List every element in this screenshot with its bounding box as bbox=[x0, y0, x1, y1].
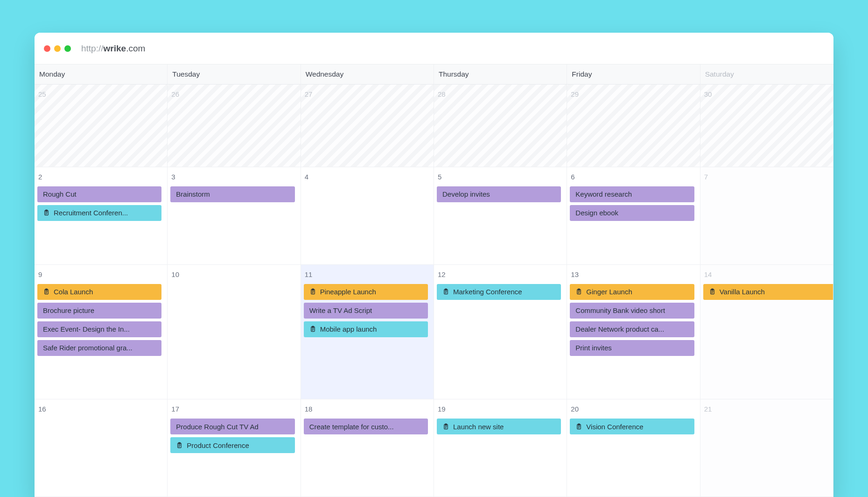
day-number: 6 bbox=[569, 171, 697, 184]
calendar-cell[interactable]: 9Cola LaunchBrochure pictureExec Event- … bbox=[35, 265, 168, 400]
calendar-event[interactable]: Brainstorm bbox=[170, 186, 294, 202]
event-label: Safe Rider promotional gra... bbox=[43, 344, 133, 352]
calendar-cell[interactable]: 2Rough CutRecruitment Conferen... bbox=[35, 167, 168, 265]
calendar-cell[interactable]: 17Produce Rough Cut TV AdProduct Confere… bbox=[168, 399, 301, 497]
day-number: 11 bbox=[303, 269, 431, 281]
day-number: 7 bbox=[702, 171, 830, 184]
event-label: Vanilla Launch bbox=[720, 288, 765, 296]
calendar-event[interactable]: Recruitment Conferen... bbox=[37, 205, 161, 221]
calendar-cell[interactable]: 16 bbox=[35, 399, 168, 497]
calendar-event[interactable]: Product Conference bbox=[170, 437, 294, 453]
window-controls bbox=[44, 45, 71, 52]
calendar-cell[interactable]: 26 bbox=[168, 85, 301, 167]
calendar-cell[interactable]: 29 bbox=[567, 85, 700, 167]
calendar-event[interactable]: Ginger Launch bbox=[570, 284, 694, 300]
calendar-cell[interactable]: 27 bbox=[301, 85, 434, 167]
calendar-event[interactable]: Create template for custo... bbox=[304, 419, 428, 434]
event-label: Brochure picture bbox=[43, 306, 94, 314]
calendar-event[interactable]: Vanilla Launch bbox=[703, 284, 833, 300]
calendar-event[interactable]: Pineapple Launch bbox=[304, 284, 428, 300]
window-minimize-dot[interactable] bbox=[54, 45, 61, 52]
clipboard-icon bbox=[575, 288, 582, 295]
calendar-event[interactable]: Cola Launch bbox=[37, 284, 161, 300]
calendar-cell[interactable]: 18Create template for custo... bbox=[301, 399, 434, 497]
event-label: Marketing Conference bbox=[453, 288, 522, 296]
calendar-event[interactable]: Vision Conference bbox=[570, 419, 694, 434]
day-header-friday: Friday bbox=[567, 64, 700, 84]
calendar-cell[interactable]: 19Launch new site bbox=[434, 399, 567, 497]
calendar-cell[interactable]: 7 bbox=[700, 167, 833, 265]
calendar-cell[interactable]: 25 bbox=[35, 85, 168, 167]
calendar-event[interactable]: Launch new site bbox=[437, 419, 561, 434]
calendar-event[interactable]: Write a TV Ad Script bbox=[304, 303, 428, 319]
calendar-day-header: Monday Tuesday Wednesday Thursday Friday… bbox=[35, 64, 833, 85]
calendar-cell[interactable]: 13Ginger LaunchCommunity Bank video shor… bbox=[567, 265, 700, 400]
calendar-cell[interactable]: 6Keyword researchDesign ebook bbox=[567, 167, 700, 265]
calendar-cell[interactable]: 21 bbox=[700, 399, 833, 497]
address-bar[interactable]: http://wrike.com bbox=[81, 43, 145, 54]
day-number: 13 bbox=[569, 269, 697, 281]
event-label: Dealer Network product ca... bbox=[575, 325, 664, 333]
calendar-cell[interactable]: 28 bbox=[434, 85, 567, 167]
event-label: Write a TV Ad Script bbox=[309, 306, 372, 314]
day-number: 2 bbox=[36, 171, 164, 184]
day-number: 21 bbox=[702, 403, 830, 416]
calendar-event[interactable]: Safe Rider promotional gra... bbox=[37, 340, 161, 356]
clipboard-icon bbox=[43, 288, 50, 295]
calendar-event[interactable]: Rough Cut bbox=[37, 186, 161, 202]
clipboard-icon bbox=[43, 209, 50, 216]
calendar-cell[interactable]: 14Vanilla Launch bbox=[700, 265, 833, 400]
url-protocol: http:// bbox=[81, 43, 104, 53]
calendar-event[interactable]: Community Bank video short bbox=[570, 303, 694, 319]
event-label: Exec Event- Design the In... bbox=[43, 325, 130, 333]
calendar-event[interactable]: Exec Event- Design the In... bbox=[37, 321, 161, 337]
day-number: 20 bbox=[569, 403, 697, 416]
event-label: Develop invites bbox=[442, 190, 490, 198]
calendar-event[interactable]: Marketing Conference bbox=[437, 284, 561, 300]
calendar-cell[interactable]: 5Develop invites bbox=[434, 167, 567, 265]
browser-window: http://wrike.com Monday Tuesday Wednesda… bbox=[35, 33, 833, 497]
clipboard-icon bbox=[442, 423, 449, 430]
day-number: 26 bbox=[169, 88, 297, 101]
event-label: Community Bank video short bbox=[575, 306, 665, 314]
calendar-cell[interactable]: 11Pineapple LaunchWrite a TV Ad ScriptMo… bbox=[301, 265, 434, 400]
event-label: Mobile app launch bbox=[320, 325, 377, 333]
event-label: Ginger Launch bbox=[586, 288, 632, 296]
window-close-dot[interactable] bbox=[44, 45, 50, 52]
browser-titlebar: http://wrike.com bbox=[35, 33, 833, 64]
calendar-cell[interactable]: 10 bbox=[168, 265, 301, 400]
day-number: 30 bbox=[702, 88, 830, 101]
day-number: 17 bbox=[169, 403, 297, 416]
day-header-tuesday: Tuesday bbox=[168, 64, 301, 84]
calendar-event[interactable]: Dealer Network product ca... bbox=[570, 321, 694, 337]
event-label: Print invites bbox=[575, 344, 612, 352]
clipboard-icon bbox=[309, 326, 316, 333]
calendar-cell[interactable]: 30 bbox=[700, 85, 833, 167]
day-header-thursday: Thursday bbox=[434, 64, 567, 84]
calendar-event[interactable]: Keyword research bbox=[570, 186, 694, 202]
calendar-event[interactable]: Develop invites bbox=[437, 186, 561, 202]
clipboard-icon bbox=[709, 288, 716, 295]
day-number: 25 bbox=[36, 88, 164, 101]
calendar-event[interactable]: Produce Rough Cut TV Ad bbox=[170, 419, 294, 434]
day-number: 12 bbox=[436, 269, 564, 281]
window-maximize-dot[interactable] bbox=[64, 45, 71, 52]
calendar-event[interactable]: Design ebook bbox=[570, 205, 694, 221]
event-label: Keyword research bbox=[575, 190, 632, 198]
calendar-grid: 2526272829302Rough CutRecruitment Confer… bbox=[35, 85, 833, 497]
day-number: 16 bbox=[36, 403, 164, 416]
calendar-cell[interactable]: 3Brainstorm bbox=[168, 167, 301, 265]
url-tld: .com bbox=[126, 43, 145, 53]
day-number: 18 bbox=[303, 403, 431, 416]
calendar-event[interactable]: Brochure picture bbox=[37, 303, 161, 319]
day-number: 5 bbox=[436, 171, 564, 184]
calendar-cell[interactable]: 20Vision Conference bbox=[567, 399, 700, 497]
calendar-event[interactable]: Print invites bbox=[570, 340, 694, 356]
url-domain: wrike bbox=[104, 43, 126, 53]
calendar-cell[interactable]: 4 bbox=[301, 167, 434, 265]
clipboard-icon bbox=[442, 288, 449, 295]
calendar-cell[interactable]: 12Marketing Conference bbox=[434, 265, 567, 400]
day-number: 27 bbox=[303, 88, 431, 101]
clipboard-icon bbox=[309, 288, 316, 295]
calendar-event[interactable]: Mobile app launch bbox=[304, 321, 428, 337]
